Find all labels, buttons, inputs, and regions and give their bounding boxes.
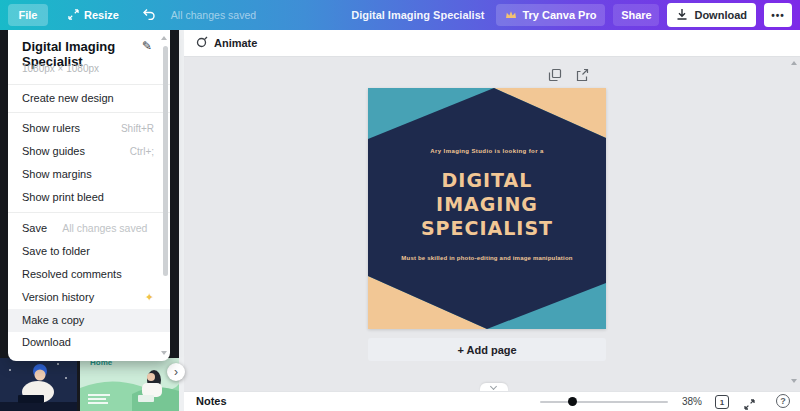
header-bar: File Resize All changes saved Digital Im… [0, 0, 800, 30]
menu-item-make-a-copy[interactable]: Make a copy [8, 309, 170, 332]
animate-button[interactable]: Animate [196, 36, 257, 50]
headline-line: SPECIALIST [368, 216, 606, 240]
menu-item-label: Show rulers [22, 122, 80, 134]
move-page-icon[interactable] [575, 68, 589, 86]
animate-label: Animate [214, 37, 257, 49]
sidebar-edge [179, 30, 184, 411]
save-status-note: All changes saved [62, 222, 147, 234]
menu-scrollbar[interactable] [163, 46, 168, 276]
design-text-block: Ary Imaging Studio is looking for a DIGI… [368, 88, 606, 329]
page-actions [548, 68, 589, 86]
menu-scroll-down-icon[interactable] [161, 351, 167, 355]
document-title: Digital Imaging Specialist [351, 9, 484, 21]
canvas-area: Ary Imaging Studio is looking for a DIGI… [184, 57, 800, 391]
crown-icon [505, 9, 517, 21]
menu-divider [8, 212, 170, 213]
premium-star-icon: ✦ [145, 286, 154, 309]
more-options-button[interactable]: ••• [764, 3, 792, 27]
expand-icon [744, 396, 755, 411]
headline-line: DIGITAL [368, 168, 606, 192]
menu-item-show-rulers[interactable]: Show rulers Shift+R [8, 117, 170, 140]
add-page-button[interactable]: + Add page [368, 338, 606, 361]
try-canva-pro-label: Try Canva Pro [522, 9, 596, 21]
resize-icon [68, 9, 79, 22]
menu-scroll-up-icon[interactable] [161, 36, 167, 40]
context-toolbar: Animate [184, 30, 800, 57]
menu-item-show-print-bleed[interactable]: Show print bleed [8, 186, 170, 209]
menu-item-download[interactable]: Download [8, 331, 170, 354]
autosave-status: All changes saved [171, 9, 256, 21]
shortcut-label: Ctrl+; [130, 140, 154, 163]
file-dropdown-menu: Digital Imaging Specialist ✎ 1080px × 10… [8, 30, 170, 361]
menu-item-resolved-comments[interactable]: Resolved comments [8, 263, 170, 286]
canva-editor: File Resize All changes saved Digital Im… [0, 0, 800, 411]
duplicate-page-icon[interactable] [548, 68, 562, 86]
resize-button[interactable]: Resize [62, 4, 125, 26]
undo-button[interactable] [137, 4, 161, 26]
menu-item-save-to-folder[interactable]: Save to folder [8, 240, 170, 263]
canvas-scroll-down-icon[interactable] [791, 379, 797, 383]
resize-label: Resize [84, 9, 119, 21]
template-thumbnail-home[interactable]: Home [80, 358, 179, 411]
edit-title-pencil-icon[interactable]: ✎ [142, 39, 152, 53]
menu-item-show-margins[interactable]: Show margins [8, 163, 170, 186]
design-subtext[interactable]: Must be skilled in photo-editing and ima… [368, 255, 606, 261]
bottom-status-bar: Notes 38% 1 ? [184, 391, 800, 411]
animate-icon [196, 36, 208, 50]
question-mark-icon: ? [780, 396, 786, 406]
page-count-label: 1 [720, 398, 724, 407]
download-icon [676, 8, 688, 22]
try-canva-pro-button[interactable]: Try Canva Pro [496, 4, 605, 26]
menu-item-version-history[interactable]: Version history ✦ [8, 286, 170, 309]
share-button[interactable]: Share [613, 4, 659, 26]
fullscreen-button[interactable] [744, 396, 755, 411]
menu-item-show-guides[interactable]: Show guides Ctrl+; [8, 140, 170, 163]
menu-item-save[interactable]: Save All changes saved [8, 217, 170, 240]
design-dimensions: 1080px × 1080px [22, 63, 99, 74]
menu-item-label: Show guides [22, 145, 85, 157]
chevron-right-icon: › [174, 366, 178, 378]
help-button[interactable]: ? [776, 394, 790, 408]
notes-button[interactable]: Notes [196, 395, 227, 407]
chevron-down-icon [490, 383, 497, 390]
template-thumbnail-navy[interactable] [0, 358, 77, 411]
design-page[interactable]: Ary Imaging Studio is looking for a DIGI… [368, 88, 606, 329]
undo-icon [142, 8, 156, 22]
zoom-slider-track[interactable] [540, 401, 668, 403]
bottombar-collapse-tab[interactable] [480, 383, 508, 391]
download-button[interactable]: Download [667, 3, 756, 27]
sidebar-expand-button[interactable]: › [167, 363, 185, 381]
menu-item-label: Version history [22, 291, 94, 303]
menu-item-label: Save [22, 222, 47, 234]
zoom-slider-handle[interactable] [568, 397, 577, 406]
design-headline[interactable]: DIGITAL IMAGING SPECIALIST [368, 168, 606, 240]
menu-divider [8, 84, 170, 85]
zoom-percentage: 38% [682, 396, 702, 407]
design-kicker-text[interactable]: Ary Imaging Studio is looking for a [368, 148, 606, 154]
shortcut-label: Shift+R [121, 117, 154, 140]
menu-divider [8, 112, 170, 113]
page-count-button[interactable]: 1 [715, 395, 729, 409]
canvas-scroll-up-icon[interactable] [791, 61, 797, 65]
download-label: Download [694, 9, 747, 21]
menu-item-create-new-design[interactable]: Create new design [8, 87, 170, 110]
file-menu-button[interactable]: File [8, 4, 48, 26]
headline-line: IMAGING [368, 192, 606, 216]
